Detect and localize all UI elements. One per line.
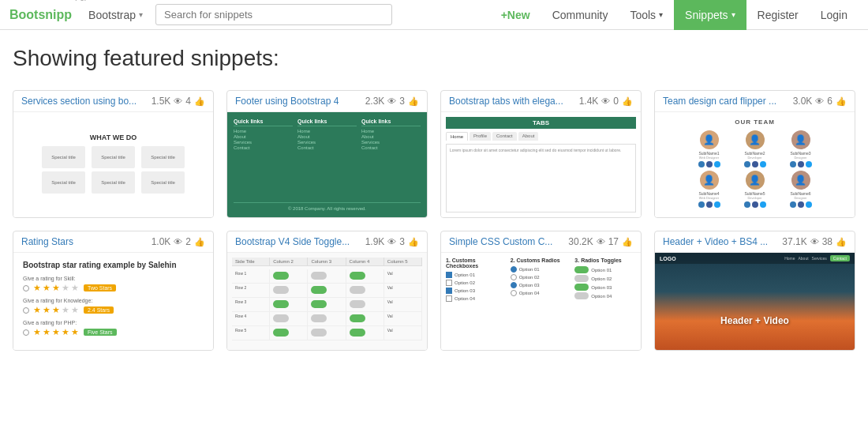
snippet-preview[interactable]: TABS Home Profile Contact About Lorem ip… (441, 112, 641, 217)
eye-icon (815, 96, 824, 107)
preview-header-video-content: LOGO Home About Services Contact Header … (655, 253, 855, 350)
snippet-meta: 37.1K 38 (782, 236, 847, 247)
views-count: 1.4K (579, 96, 599, 107)
thumb-icon (408, 96, 419, 107)
snippet-card-css: Simple CSS Custom C... 30.2K 17 1. Custo… (440, 231, 642, 351)
preview-team-content: OUR TEAM 👤 SubiName1 Web Designer 👤 Subi… (655, 112, 855, 217)
views-count: 1.9K (365, 236, 385, 247)
snippet-meta: 1.5K 4 (152, 96, 205, 107)
nav-links: +New Community Tools ▾ Snippets ▾ Regist… (490, 0, 859, 30)
snippet-card-services: Services section using bo... 1.5K 4 WHAT… (13, 90, 214, 218)
snippet-card-team: Team design card flipper ... 3.0K 6 OUR … (654, 90, 855, 218)
views-count: 30.2K (568, 236, 593, 247)
snippet-card-footer: Footer using Bootstrap 4 2.3K 3 Quick li… (226, 90, 428, 218)
thumb-icon (836, 96, 847, 107)
snippet-card-header: Services section using bo... 1.5K 4 (13, 91, 213, 112)
likes-count: 6 (827, 96, 832, 107)
likes-count: 17 (608, 236, 619, 247)
likes-count: 3 (399, 236, 405, 247)
navbar: Bootsnipp For Bootstrap ▾ +New Community… (0, 0, 868, 30)
eye-icon (387, 236, 396, 247)
snippet-card-rating: Rating Stars 1.0K 2 Bootstrap star ratin… (13, 231, 214, 351)
eye-icon (174, 96, 182, 107)
snippet-meta: 1.4K 0 (579, 96, 633, 107)
views-count: 37.1K (782, 236, 806, 247)
eye-icon (601, 96, 610, 107)
page-title: Showing featured snippets: (13, 46, 855, 71)
snippet-preview[interactable]: WHAT WE DO Special title Special title S… (13, 112, 213, 217)
brand-for: For (75, 0, 87, 2)
snippet-meta: 30.2K 17 (568, 236, 633, 247)
snippet-card-header: Footer using Bootstrap 4 2.3K 3 (227, 91, 427, 112)
thumb-icon (194, 236, 205, 247)
snippet-preview[interactable]: Quick links Home About Services Contact … (227, 112, 427, 217)
snippet-meta: 1.9K 3 (365, 236, 419, 247)
eye-icon (387, 96, 396, 107)
likes-count: 0 (613, 96, 619, 107)
snippet-title[interactable]: Bootstrap V4 Side Toggle... (235, 236, 361, 247)
snippet-preview[interactable]: Bootstrap star rating example by Salehin… (13, 253, 213, 350)
snippets-link[interactable]: Snippets ▾ (674, 0, 746, 30)
tools-caret-icon: ▾ (659, 10, 663, 19)
snippet-card-header: Header + Video + BS4 ... 37.1K 38 (655, 231, 855, 253)
eye-icon (174, 236, 182, 247)
thumb-icon (622, 236, 633, 247)
snippet-card-header: Team design card flipper ... 3.0K 6 (655, 91, 855, 112)
preview-footer-content: Quick links Home About Services Contact … (227, 112, 427, 217)
snippet-preview[interactable]: 1. Customs Checkboxes Option 01 Option 0… (441, 253, 641, 350)
tools-link[interactable]: Tools ▾ (619, 0, 674, 30)
preview-services-content: WHAT WE DO Special title Special title S… (13, 112, 213, 217)
login-link[interactable]: Login (810, 0, 859, 30)
snippet-meta: 3.0K 6 (793, 96, 847, 107)
search-wrapper (155, 4, 392, 25)
snippet-card-toggle: Bootstrap V4 Side Toggle... 1.9K 3 Side … (226, 231, 428, 351)
snippet-title[interactable]: Team design card flipper ... (663, 96, 788, 107)
likes-count: 4 (185, 96, 191, 107)
snippet-title[interactable]: Footer using Bootstrap 4 (235, 96, 361, 107)
community-link[interactable]: Community (541, 0, 619, 30)
snippet-meta: 2.3K 3 (365, 96, 419, 107)
snippet-title[interactable]: Bootstrap tabs with elega... (449, 96, 574, 107)
snippet-preview[interactable]: OUR TEAM 👤 SubiName1 Web Designer 👤 Subi… (655, 112, 855, 217)
views-count: 1.0K (152, 236, 171, 247)
register-link[interactable]: Register (746, 0, 810, 30)
framework-dropdown[interactable]: Bootstrap ▾ (88, 9, 143, 21)
snippet-preview[interactable]: LOGO Home About Services Contact Header … (655, 253, 855, 350)
chevron-down-icon: ▾ (139, 10, 143, 19)
framework-label: Bootstrap (88, 9, 136, 21)
snippet-card-tabs: Bootstrap tabs with elega... 1.4K 0 TABS… (440, 90, 642, 218)
snippets-caret-icon: ▾ (731, 10, 735, 19)
brand-logo[interactable]: Bootsnipp (9, 8, 72, 22)
snippet-card-header-video: Header + Video + BS4 ... 37.1K 38 LOGO H… (654, 231, 855, 351)
snippet-card-header: Simple CSS Custom C... 30.2K 17 (441, 231, 641, 253)
eye-icon (810, 236, 819, 247)
preview-tabs-content: TABS Home Profile Contact About Lorem ip… (441, 112, 641, 217)
snippet-meta: 1.0K 2 (152, 236, 205, 247)
preview-toggle-content: Side Title Column 2 Column 3 Column 4 Co… (227, 253, 427, 350)
likes-count: 2 (185, 236, 191, 247)
eye-icon (597, 236, 605, 247)
likes-count: 38 (822, 236, 832, 247)
snippet-preview[interactable]: Side Title Column 2 Column 3 Column 4 Co… (227, 253, 427, 350)
snippet-title[interactable]: Services section using bo... (21, 96, 147, 107)
preview-css-content: 1. Customs Checkboxes Option 01 Option 0… (441, 253, 641, 350)
snippet-card-header: Rating Stars 1.0K 2 (13, 231, 213, 253)
search-input[interactable] (155, 4, 392, 25)
views-count: 3.0K (793, 96, 813, 107)
new-link[interactable]: +New (490, 0, 541, 30)
snippet-title[interactable]: Simple CSS Custom C... (449, 236, 563, 247)
main-content: Showing featured snippets: Services sect… (0, 30, 868, 374)
snippet-card-header: Bootstrap V4 Side Toggle... 1.9K 3 (227, 231, 427, 253)
preview-rating-content: Bootstrap star rating example by Salehin… (13, 253, 213, 350)
thumb-icon (194, 96, 205, 107)
views-count: 2.3K (365, 96, 385, 107)
views-count: 1.5K (152, 96, 171, 107)
thumb-icon (622, 96, 633, 107)
thumb-icon (408, 236, 419, 247)
snippet-title[interactable]: Rating Stars (21, 236, 147, 247)
snippet-title[interactable]: Header + Video + BS4 ... (663, 236, 777, 247)
likes-count: 3 (399, 96, 405, 107)
snippet-card-header: Bootstrap tabs with elega... 1.4K 0 (441, 91, 641, 112)
snippets-grid: Services section using bo... 1.5K 4 WHAT… (13, 90, 855, 351)
thumb-icon (836, 236, 847, 247)
